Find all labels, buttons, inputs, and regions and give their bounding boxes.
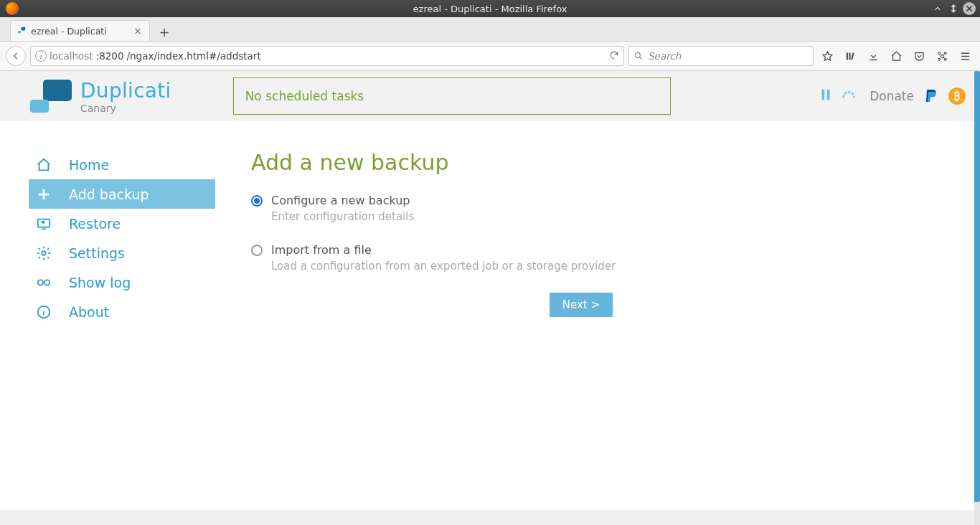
url-path: /ngax/index.html#/addstart (127, 50, 261, 62)
svg-point-17 (44, 280, 50, 285)
window-maximize-icon[interactable] (947, 2, 960, 15)
svg-point-15 (42, 251, 46, 255)
url-host: localhost (50, 50, 93, 62)
search-input[interactable]: Search (628, 46, 814, 66)
reload-icon[interactable] (609, 50, 619, 62)
back-button[interactable] (6, 46, 26, 66)
svg-rect-5 (851, 52, 854, 60)
sidebar-item-show-log[interactable]: Show log (29, 268, 215, 297)
scrollbar-thumb[interactable] (974, 71, 980, 502)
sidebar-item-about[interactable]: About (29, 297, 215, 326)
brand-channel: Canary (80, 103, 171, 114)
tab-strip: ezreal - Duplicati × + (0, 17, 980, 42)
sidebar-item-restore[interactable]: Restore (29, 209, 215, 238)
svg-rect-12 (822, 90, 825, 100)
scrollbar[interactable] (974, 71, 980, 525)
status-bar: No scheduled tasks (233, 77, 671, 115)
tab-title: ezreal - Duplicati (31, 26, 128, 37)
home-icon (34, 157, 53, 173)
tab-favicon-icon (17, 26, 27, 36)
info-icon (34, 304, 53, 320)
svg-point-11 (944, 58, 946, 60)
svg-point-9 (944, 52, 946, 54)
sidebar-item-label: Settings (69, 245, 125, 261)
main-content: Add a new backup Configure a new backup … (215, 150, 616, 326)
app-footer (0, 510, 974, 525)
sidebar-item-label: Home (69, 157, 109, 173)
sidebar-item-label: Restore (69, 216, 121, 232)
svg-point-10 (938, 58, 940, 60)
home-icon[interactable] (887, 47, 905, 65)
pause-icon[interactable] (818, 87, 834, 105)
plus-icon (34, 186, 53, 202)
extension-icon[interactable] (933, 47, 951, 65)
sidebar: Home Add backup Restore Settings Show lo… (0, 150, 215, 326)
hamburger-menu-icon[interactable] (956, 47, 974, 65)
svg-rect-1 (18, 31, 22, 34)
search-placeholder: Search (648, 50, 681, 62)
page-title: Add a new backup (251, 150, 616, 175)
throttle-icon[interactable] (841, 87, 857, 105)
option-title: Import from a file (271, 243, 616, 257)
option-subtitle: Enter configuration details (271, 210, 414, 223)
search-icon (633, 51, 644, 61)
window-title: ezreal - Duplicati - Mozilla Firefox (413, 4, 567, 14)
radio-icon[interactable] (251, 245, 263, 256)
svg-rect-4 (849, 52, 850, 60)
svg-rect-3 (846, 52, 847, 60)
info-icon[interactable]: i (35, 50, 47, 62)
svg-point-8 (938, 52, 940, 54)
svg-rect-0 (21, 27, 25, 31)
option-subtitle: Load a configuration from an exported jo… (271, 260, 616, 273)
sidebar-item-settings[interactable]: Settings (29, 238, 215, 268)
window-minimize-icon[interactable] (931, 2, 944, 15)
status-text: No scheduled tasks (245, 89, 364, 103)
bitcoin-icon[interactable]: ₿ (948, 88, 966, 105)
tab-close-icon[interactable]: × (132, 25, 143, 37)
svg-point-2 (635, 52, 640, 57)
brand-name: Duplicati (80, 79, 171, 103)
radio-icon[interactable] (251, 195, 263, 207)
app-header: Duplicati Canary No scheduled tasks Dona… (0, 71, 980, 121)
url-input[interactable]: i localhost:8200/ngax/index.html#/addsta… (30, 46, 624, 66)
app-logo[interactable]: Duplicati Canary (29, 79, 171, 114)
svg-point-7 (941, 55, 943, 57)
next-button[interactable]: Next > (550, 293, 613, 317)
svg-point-16 (38, 280, 43, 285)
option-configure-new[interactable]: Configure a new backup Enter configurati… (251, 194, 616, 223)
svg-rect-13 (827, 90, 830, 100)
url-port: :8200 (96, 50, 124, 62)
window-titlebar: ezreal - Duplicati - Mozilla Firefox (0, 0, 980, 17)
logo-mark-icon (29, 80, 72, 113)
option-title: Configure a new backup (271, 194, 414, 207)
browser-tab[interactable]: ezreal - Duplicati × (10, 20, 150, 41)
sidebar-item-home[interactable]: Home (29, 150, 215, 179)
donate-link[interactable]: Donate (870, 89, 914, 103)
svg-rect-6 (870, 59, 877, 60)
log-icon (34, 275, 53, 290)
gear-icon (34, 245, 53, 261)
url-toolbar: i localhost:8200/ngax/index.html#/addsta… (0, 42, 980, 71)
pocket-icon[interactable] (910, 47, 928, 65)
sidebar-item-label: Add backup (69, 186, 149, 202)
bookmark-star-icon[interactable] (818, 47, 837, 65)
firefox-logo-icon (6, 2, 19, 15)
restore-icon (34, 216, 53, 232)
window-close-icon[interactable] (963, 2, 976, 15)
library-icon[interactable] (841, 47, 859, 65)
downloads-icon[interactable] (864, 47, 882, 65)
sidebar-item-add-backup[interactable]: Add backup (29, 179, 215, 209)
sidebar-item-label: About (69, 304, 109, 320)
paypal-icon[interactable] (923, 87, 940, 105)
sidebar-item-label: Show log (69, 275, 131, 290)
new-tab-button[interactable]: + (154, 22, 174, 41)
option-import-file[interactable]: Import from a file Load a configuration … (251, 243, 616, 273)
